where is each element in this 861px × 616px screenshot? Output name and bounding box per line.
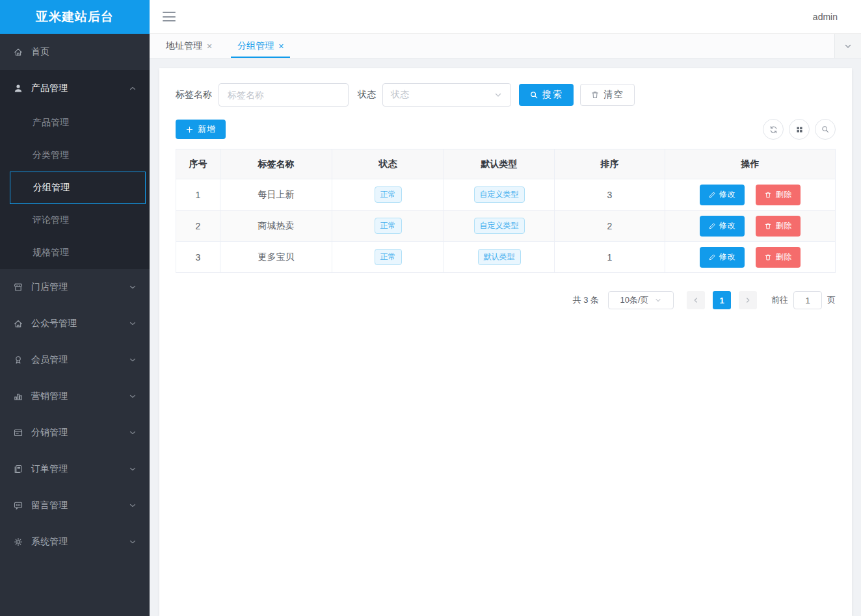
col-index: 序号 xyxy=(176,149,220,179)
sidebar-item-label: 营销管理 xyxy=(31,391,68,402)
refresh-button[interactable] xyxy=(763,119,784,140)
sidebar-item-label: 会员管理 xyxy=(31,354,68,366)
chevron-down-icon xyxy=(654,296,662,304)
delete-button[interactable]: 删除 xyxy=(756,247,801,268)
search-button-label: 搜索 xyxy=(542,89,563,101)
subitem-label: 分组管理 xyxy=(33,182,70,194)
sidebar-item-label: 订单管理 xyxy=(31,463,68,475)
delete-button[interactable]: 删除 xyxy=(756,216,801,237)
cell-index: 1 xyxy=(176,179,220,211)
goto-page-input[interactable] xyxy=(793,291,822,309)
search-icon xyxy=(529,90,538,99)
chevron-up-icon xyxy=(129,84,137,92)
sidebar-subitem-comment[interactable]: 评论管理 xyxy=(0,204,150,237)
page-size-select[interactable]: 10条/页 xyxy=(608,291,674,309)
sidebar-item-home[interactable]: 首页 xyxy=(0,34,150,70)
tab-group[interactable]: 分组管理 × xyxy=(231,34,290,58)
sidebar-item-distribution[interactable]: 分销管理 xyxy=(0,415,150,451)
tab-address[interactable]: 地址管理 × xyxy=(159,34,219,58)
cell-sort: 3 xyxy=(555,179,665,211)
sidebar-item-member[interactable]: 会员管理 xyxy=(0,342,150,378)
pencil-icon xyxy=(708,191,716,199)
sidebar-item-system[interactable]: 系统管理 xyxy=(0,524,150,560)
cell-index: 3 xyxy=(176,242,220,273)
delete-button-label: 删除 xyxy=(775,220,792,231)
main-area: admin 地址管理 × 分组管理 × 标签名称 状态 状态 xyxy=(150,0,861,616)
next-page-button[interactable] xyxy=(739,291,757,309)
chat-icon xyxy=(13,500,23,511)
edit-button[interactable]: 修改 xyxy=(700,216,745,237)
chevron-down-icon xyxy=(129,392,137,400)
sidebar-item-label: 分销管理 xyxy=(31,427,68,439)
edit-button-label: 修改 xyxy=(719,251,736,263)
refresh-icon xyxy=(769,125,778,135)
gear-icon xyxy=(13,537,23,547)
sidebar-subitem-group[interactable]: 分组管理 xyxy=(10,172,146,204)
search-button[interactable]: 搜索 xyxy=(519,84,574,106)
status-filter-select[interactable]: 状态 xyxy=(382,83,511,107)
sidebar-item-product-management[interactable]: 产品管理 xyxy=(0,70,150,107)
add-button-label: 新增 xyxy=(198,123,216,135)
chevron-right-icon xyxy=(744,296,752,304)
trash-icon xyxy=(590,90,600,99)
chevron-down-icon xyxy=(843,42,853,51)
page-content: 标签名称 状态 状态 搜索 清空 xyxy=(150,58,861,616)
card-icon xyxy=(13,428,23,438)
cell-name: 更多宝贝 xyxy=(220,242,332,273)
col-name: 标签名称 xyxy=(220,149,332,179)
app-title: 亚米建站后台 xyxy=(0,0,150,34)
name-filter-input[interactable] xyxy=(219,83,349,107)
pagination-total: 共 3 条 xyxy=(573,294,599,306)
close-icon[interactable]: × xyxy=(278,42,284,51)
filter-bar: 标签名称 状态 状态 搜索 清空 xyxy=(176,83,836,107)
table-row: 3 更多宝贝 正常 默认类型 1 修改 删除 xyxy=(176,242,836,273)
chevron-left-icon xyxy=(692,296,700,304)
home-icon xyxy=(13,47,23,57)
chevron-down-icon xyxy=(129,429,137,437)
prev-page-button[interactable] xyxy=(687,291,705,309)
chevron-down-icon xyxy=(129,283,137,291)
grid-icon xyxy=(795,125,804,134)
tabs-dropdown-button[interactable] xyxy=(834,34,861,58)
bar-chart-icon xyxy=(13,391,23,402)
sidebar-subitem-spec[interactable]: 规格管理 xyxy=(0,237,150,269)
sidebar-item-order[interactable]: 订单管理 xyxy=(0,451,150,487)
sidebar-nav: 首页 产品管理 产品管理 分类管理 分组管理 评论管理 规格管理 门店管理 xyxy=(0,34,150,616)
edit-button-label: 修改 xyxy=(719,189,736,200)
sidebar-item-official-account[interactable]: 公众号管理 xyxy=(0,305,150,342)
table-header-row: 序号 标签名称 状态 默认类型 排序 操作 xyxy=(176,149,836,179)
col-type: 默认类型 xyxy=(444,149,555,179)
trash-icon xyxy=(764,253,772,261)
edit-button[interactable]: 修改 xyxy=(700,247,745,268)
subitem-label: 评论管理 xyxy=(33,214,69,226)
table-row: 2 商城热卖 正常 自定义类型 2 修改 删除 xyxy=(176,211,836,242)
chevron-down-icon xyxy=(129,502,137,509)
add-button[interactable]: 新增 xyxy=(176,120,226,139)
document-icon xyxy=(13,464,23,474)
clear-button-label: 清空 xyxy=(603,89,624,101)
sidebar-item-store[interactable]: 门店管理 xyxy=(0,269,150,305)
sidebar-item-marketing[interactable]: 营销管理 xyxy=(0,378,150,415)
close-icon[interactable]: × xyxy=(207,42,212,51)
edit-button[interactable]: 修改 xyxy=(700,185,745,205)
delete-button[interactable]: 删除 xyxy=(756,185,801,205)
status-badge: 正常 xyxy=(375,249,402,265)
column-settings-button[interactable] xyxy=(789,119,810,140)
sidebar-subitem-category[interactable]: 分类管理 xyxy=(0,139,150,172)
content-card: 标签名称 状态 状态 搜索 清空 xyxy=(159,68,852,616)
tab-label: 分组管理 xyxy=(237,40,274,52)
table-toolbar: 新增 xyxy=(176,119,836,140)
trash-icon xyxy=(764,222,772,230)
chevron-down-icon xyxy=(129,356,137,364)
sidebar-subitem-product[interactable]: 产品管理 xyxy=(0,107,150,139)
chevron-down-icon xyxy=(129,465,137,473)
page-number-current[interactable]: 1 xyxy=(713,291,731,309)
sidebar-item-message[interactable]: 留言管理 xyxy=(0,487,150,524)
data-table: 序号 标签名称 状态 默认类型 排序 操作 1 每日上新 正常 自定义类型 3 xyxy=(176,149,836,273)
clear-button[interactable]: 清空 xyxy=(580,84,635,106)
user-name[interactable]: admin xyxy=(813,12,838,22)
type-badge: 自定义类型 xyxy=(474,218,525,234)
menu-toggle-button[interactable] xyxy=(163,12,176,21)
type-badge: 自定义类型 xyxy=(474,186,525,203)
search-toggle-button[interactable] xyxy=(815,119,836,140)
